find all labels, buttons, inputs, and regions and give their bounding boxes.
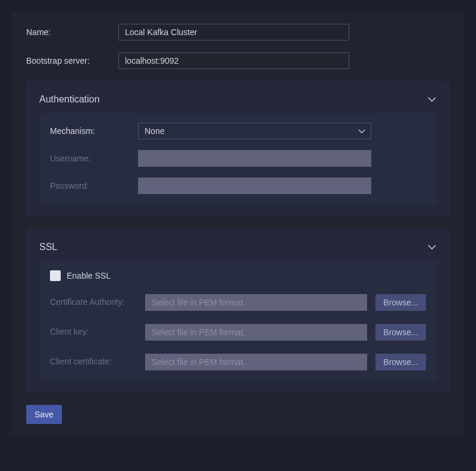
ca-row: Certificate Authority: Browse... (50, 294, 426, 311)
client-key-browse-button[interactable]: Browse... (375, 324, 426, 341)
ssl-section: SSL Enable SSL Certificate Authority: Br… (26, 229, 450, 393)
password-label: Password: (50, 181, 138, 191)
client-key-row: Client key: Browse... (50, 324, 426, 341)
client-cert-input (145, 354, 367, 370)
enable-ssl-label: Enable SSL (67, 271, 111, 280)
enable-ssl-row: Enable SSL (50, 270, 426, 281)
client-cert-browse-button[interactable]: Browse... (375, 354, 426, 370)
username-row: Username: (50, 150, 426, 167)
username-input (138, 150, 371, 167)
chevron-down-icon (427, 244, 437, 250)
authentication-body: Mechanism: None Username: Password: (39, 113, 437, 204)
username-label: Username: (50, 154, 138, 163)
enable-ssl-checkbox[interactable] (50, 270, 61, 281)
authentication-header[interactable]: Authentication (39, 94, 437, 105)
password-row: Password: (50, 177, 426, 194)
authentication-section: Authentication Mechanism: None Username: (26, 81, 450, 217)
client-cert-label: Client certificate: (50, 354, 145, 366)
name-row: Name: (26, 24, 450, 40)
ssl-body: Enable SSL Certificate Authority: Browse… (39, 261, 437, 380)
chevron-down-icon (427, 96, 437, 102)
name-label: Name: (26, 27, 118, 37)
mechanism-select[interactable]: None (138, 123, 371, 139)
client-key-input (145, 324, 367, 341)
save-button[interactable]: Save (26, 405, 62, 424)
client-cert-row: Client certificate: Browse... (50, 354, 426, 370)
ca-label: Certificate Authority: (50, 294, 145, 307)
password-input (138, 177, 371, 194)
ssl-header[interactable]: SSL (39, 242, 437, 252)
bootstrap-input[interactable] (118, 52, 349, 69)
ca-browse-button[interactable]: Browse... (375, 294, 426, 311)
client-key-label: Client key: (50, 324, 145, 336)
authentication-title: Authentication (39, 94, 99, 105)
bootstrap-label: Bootstrap server: (26, 56, 118, 65)
mechanism-label: Mechanism: (50, 126, 138, 136)
ssl-title: SSL (39, 242, 57, 252)
mechanism-select-wrapper: None (138, 123, 371, 139)
name-input[interactable] (118, 24, 349, 40)
mechanism-row: Mechanism: None (50, 123, 426, 139)
ca-input (145, 294, 367, 311)
bootstrap-row: Bootstrap server: (26, 52, 450, 69)
config-panel: Name: Bootstrap server: Authentication M… (12, 12, 464, 435)
